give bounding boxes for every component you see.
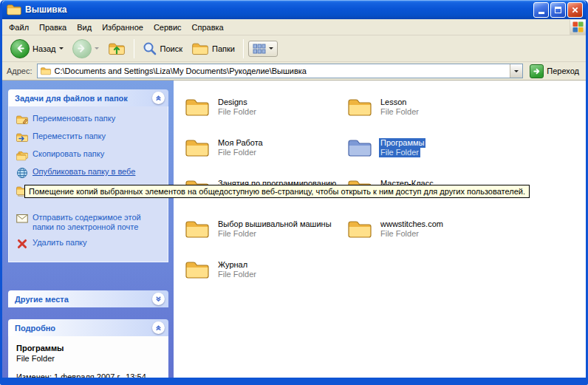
folders-label: Папки <box>212 44 235 53</box>
window-title: Вышивка <box>25 4 533 15</box>
file-name: Designs <box>216 98 249 107</box>
file-type: File Folder <box>216 107 258 117</box>
file-name: Выбор вышивальной машины <box>216 219 333 229</box>
chevron-down-icon <box>514 70 519 75</box>
file-text: Журнал File Folder <box>216 258 258 279</box>
titlebar[interactable]: Вышивка <box>2 0 586 19</box>
menu-edit[interactable]: Правка <box>34 21 72 34</box>
publish-web-icon <box>16 167 28 179</box>
go-label: Переход <box>547 67 579 75</box>
menu-file[interactable]: Файл <box>4 21 34 34</box>
collapse-panel-button[interactable] <box>152 92 165 104</box>
folder-icon <box>184 217 211 241</box>
search-button[interactable]: Поиск <box>139 39 186 58</box>
minimize-button[interactable] <box>533 2 549 18</box>
menu-view[interactable]: Вид <box>72 21 97 34</box>
forward-icon <box>72 39 92 58</box>
folder-icon <box>184 95 211 119</box>
file-item-selected[interactable]: Программы File Folder <box>346 136 425 177</box>
sidebar-gap <box>8 274 168 290</box>
menu-favorites[interactable]: Избранное <box>97 21 148 34</box>
maximize-icon <box>555 7 561 13</box>
address-path: C:\Documents and Settings\Liza\My Docume… <box>55 67 507 75</box>
folder-icon <box>346 217 373 241</box>
task-email-folder[interactable]: Отправить содержимое этой папки по элект… <box>16 213 162 232</box>
other-places-panel-header[interactable]: Другие места <box>8 290 168 307</box>
task-label: Удалить папку <box>33 238 87 250</box>
menu-tools[interactable]: Сервис <box>148 21 187 34</box>
tooltip: Помещение копий выбранных элементов на о… <box>24 185 530 198</box>
chevron-up-icon <box>154 94 163 102</box>
collapse-panel-button[interactable] <box>152 321 165 334</box>
other-places-panel: Другие места <box>8 290 168 307</box>
file-text: Моя Работа File Folder <box>216 136 264 157</box>
details-panel-header[interactable]: Подробно <box>8 319 168 336</box>
file-name: wwwstitches.com <box>379 219 445 229</box>
task-publish-folder[interactable]: Опубликовать папку в вебе <box>16 167 162 179</box>
menubar: Файл Правка Вид Избранное Сервис Справка <box>2 19 586 35</box>
search-icon <box>143 41 157 56</box>
task-rename-folder[interactable]: Переименовать папку <box>16 114 162 126</box>
file-type: File Folder <box>379 107 420 117</box>
file-name: Lesson <box>379 98 408 107</box>
file-type: File Folder <box>216 270 258 279</box>
panel-title: Задачи для файлов и папок <box>15 94 128 103</box>
address-input[interactable]: C:\Documents and Settings\Liza\My Docume… <box>37 64 524 78</box>
folder-icon <box>184 136 211 160</box>
menu-help[interactable]: Справка <box>187 21 229 34</box>
address-dropdown-button[interactable] <box>510 64 522 78</box>
toolbar-separator <box>243 39 244 58</box>
file-type: File Folder <box>216 229 258 239</box>
back-dropdown-icon <box>59 47 64 52</box>
details-item-name: Программы <box>16 344 162 352</box>
file-item[interactable]: Журнал File Folder <box>184 258 258 299</box>
views-button[interactable] <box>248 41 278 57</box>
folder-icon <box>184 258 211 282</box>
address-label: Адрес: <box>7 67 33 75</box>
move-folder-icon <box>16 132 28 143</box>
views-dropdown-icon <box>269 47 273 52</box>
back-button[interactable]: Назад <box>7 37 67 61</box>
delete-x-icon <box>16 238 28 250</box>
file-item[interactable]: wwwstitches.com File Folder <box>346 217 445 258</box>
windows-logo-icon <box>570 20 586 35</box>
search-label: Поиск <box>160 44 182 53</box>
details-item-modified: Изменен: 1 февраля 2007 г., 13:54 <box>16 372 162 378</box>
expand-panel-button[interactable] <box>152 293 165 305</box>
panel-title: Подробно <box>15 324 55 333</box>
details-panel: Подробно Программы File Folder Изменен: … <box>8 319 168 378</box>
task-move-folder[interactable]: Переместить папку <box>16 132 162 143</box>
up-button[interactable] <box>104 38 129 59</box>
explorer-window: Вышивка Файл Правка Вид Избранное Сервис… <box>0 0 588 385</box>
folders-button[interactable]: Папки <box>188 38 239 59</box>
file-item[interactable]: Lesson File Folder <box>346 95 420 136</box>
chevron-down-icon <box>154 295 163 303</box>
file-item[interactable]: Выбор вышивальной машины File Folder <box>184 217 333 258</box>
window-folder-icon <box>7 2 21 17</box>
content-area: Задачи для файлов и папок Переименовать … <box>2 81 586 378</box>
file-item[interactable]: Моя Работа File Folder <box>184 136 264 177</box>
task-delete-folder[interactable]: Удалить папку <box>16 238 162 250</box>
file-type: File Folder <box>216 148 258 157</box>
file-tasks-panel-header[interactable]: Задачи для файлов и папок <box>8 89 168 106</box>
task-copy-folder[interactable]: Скопировать папку <box>16 149 162 161</box>
go-button[interactable]: Переход <box>527 64 581 79</box>
maximize-button[interactable] <box>550 2 566 18</box>
forward-button[interactable] <box>69 37 103 61</box>
views-grid-icon <box>253 44 266 54</box>
task-label: Скопировать папку <box>33 149 104 161</box>
file-item[interactable]: Designs File Folder <box>184 95 258 136</box>
chevron-up-icon <box>154 324 163 332</box>
toolbar-separator <box>134 39 134 58</box>
file-text: Lesson File Folder <box>379 95 420 117</box>
folder-icon <box>346 95 373 119</box>
file-text: Designs File Folder <box>216 95 258 117</box>
file-text: Программы File Folder <box>379 136 425 157</box>
back-icon <box>10 39 30 58</box>
close-button[interactable] <box>567 2 583 18</box>
minimize-icon <box>539 12 544 14</box>
file-name: Моя Работа <box>216 138 264 148</box>
task-label: Опубликовать папку в вебе <box>33 167 135 179</box>
address-bar: Адрес: C:\Documents and Settings\Liza\My… <box>2 62 586 81</box>
panel-title: Другие места <box>15 295 69 304</box>
